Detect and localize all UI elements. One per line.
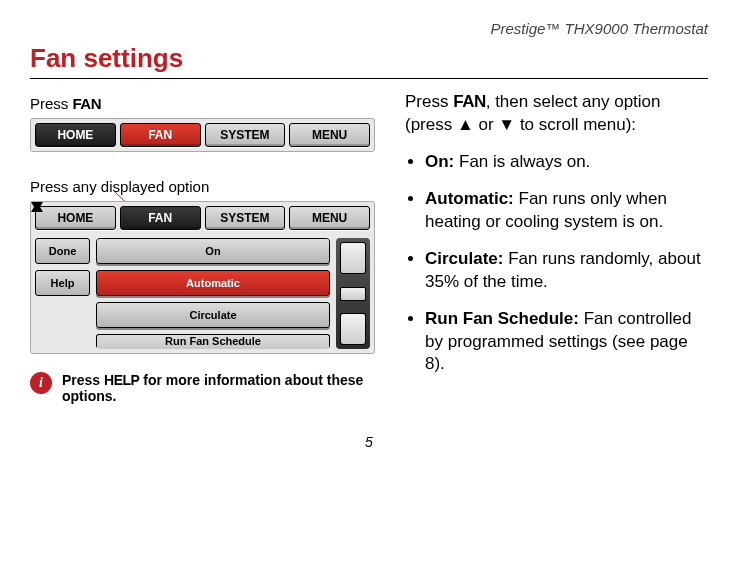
tab-bar-1: HOME FAN SYSTEM MENU	[35, 123, 370, 147]
option-on[interactable]: On	[96, 238, 330, 264]
left-column: Press FAN HOME FAN SYSTEM MENU Press any…	[30, 91, 375, 404]
option-automatic-selected[interactable]: Automatic	[96, 270, 330, 296]
desc-circ-label: Circulate:	[425, 249, 503, 268]
tab-fan-active[interactable]: FAN	[120, 123, 201, 147]
info-text: Press HELP for more information about th…	[62, 372, 372, 404]
desc-on-text: Fan is always on.	[454, 152, 590, 171]
done-button[interactable]: Done	[35, 238, 90, 264]
right-column: Press FAN, then select any option (press…	[405, 91, 708, 404]
tab-home[interactable]: HOME	[35, 123, 116, 147]
caption-prefix: Press	[30, 95, 73, 112]
screenshot-tabs-only: HOME FAN SYSTEM MENU	[30, 118, 375, 152]
screenshot-fan-menu: HOME FAN SYSTEM MENU Done Help On Automa…	[30, 201, 375, 354]
scroll-up-button[interactable]	[340, 242, 366, 274]
tab-fan-2[interactable]: FAN	[120, 206, 201, 230]
tab-menu[interactable]: MENU	[289, 123, 370, 147]
tab-system-2[interactable]: SYSTEM	[205, 206, 286, 230]
desc-circulate: Circulate: Fan runs randomly, about 35% …	[425, 248, 708, 294]
intro-before: Press	[405, 92, 453, 111]
info-note: i Press HELP for more information about …	[30, 372, 375, 404]
desc-sched-label: Run Fan Schedule:	[425, 309, 579, 328]
option-run-fan-schedule-partial[interactable]: Run Fan Schedule	[96, 334, 330, 349]
option-description-list: On: Fan is always on. Automatic: Fan run…	[405, 151, 708, 377]
product-name: Prestige™ THX9000 Thermostat	[30, 20, 708, 37]
desc-auto-label: Automatic:	[425, 189, 514, 208]
help-button[interactable]: Help	[35, 270, 90, 296]
desc-automatic: Automatic: Fan runs only when heating or…	[425, 188, 708, 234]
page-title: Fan settings	[30, 43, 708, 79]
desc-on-label: On:	[425, 152, 454, 171]
option-circulate[interactable]: Circulate	[96, 302, 330, 328]
option-list: On Automatic Circulate Run Fan Schedule	[96, 238, 330, 349]
tab-menu-2[interactable]: MENU	[289, 206, 370, 230]
desc-schedule: Run Fan Schedule: Fan con­trolled by pro…	[425, 308, 708, 377]
page-number: 5	[30, 434, 708, 450]
scroll-indicator	[340, 287, 366, 301]
tab-system[interactable]: SYSTEM	[205, 123, 286, 147]
info-icon: i	[30, 372, 52, 394]
caption-press-fan: Press FAN	[30, 95, 375, 112]
fan-word-inline: FAN	[453, 92, 486, 111]
tab-home-2[interactable]: HOME	[35, 206, 116, 230]
fan-word: FAN	[73, 95, 102, 112]
side-buttons: Done Help	[35, 238, 90, 349]
scroll-down-button[interactable]	[340, 313, 366, 345]
help-word: HELP	[104, 372, 139, 388]
scroll-column	[336, 238, 370, 349]
intro-paragraph: Press FAN, then select any option (press…	[405, 91, 708, 137]
page: Prestige™ THX9000 Thermostat Fan setting…	[0, 0, 738, 470]
desc-on: On: Fan is always on.	[425, 151, 708, 174]
info-text-before: Press	[62, 372, 104, 388]
caption-press-option: Press any displayed option	[30, 178, 375, 195]
tab-bar-2: HOME FAN SYSTEM MENU	[35, 206, 370, 230]
